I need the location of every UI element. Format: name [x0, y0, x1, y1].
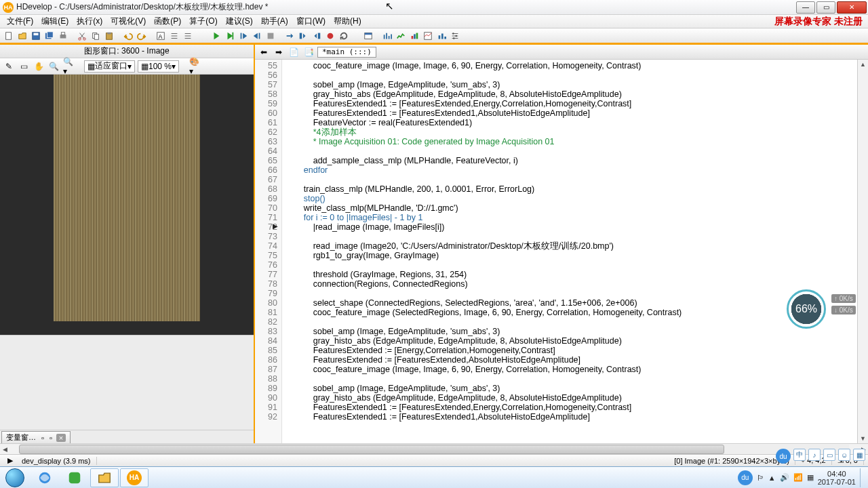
settings-icon[interactable]: [449, 30, 461, 42]
ime-cn-icon[interactable]: 中: [793, 449, 806, 461]
menu-item[interactable]: 函数(P): [150, 16, 185, 26]
zoom-dropdown-icon[interactable]: 🔍▾: [62, 60, 75, 73]
image-view[interactable]: [0, 75, 254, 335]
step-over-icon[interactable]: [224, 30, 236, 42]
list-icon[interactable]: [168, 30, 180, 42]
nav-fwd-icon[interactable]: ➡: [273, 46, 285, 58]
nav-back-icon[interactable]: ⬅: [258, 46, 270, 58]
windows-orb-icon: [5, 468, 24, 487]
chart4-icon[interactable]: [422, 30, 434, 42]
undo-icon[interactable]: [122, 30, 134, 42]
menu-item[interactable]: 可视化(V): [106, 16, 150, 26]
print-icon[interactable]: [57, 30, 69, 42]
chart2-icon[interactable]: [395, 30, 407, 42]
open-icon[interactable]: [16, 30, 28, 42]
chart3-icon[interactable]: [408, 30, 420, 42]
graphics-lower-area: [0, 335, 254, 430]
select-icon[interactable]: ▭: [18, 60, 30, 73]
menu-item[interactable]: 算子(O): [185, 16, 221, 26]
pointer-icon[interactable]: ✎: [3, 60, 15, 73]
start-button[interactable]: [0, 467, 30, 489]
breakpoint-icon[interactable]: [324, 30, 336, 42]
svg-point-28: [452, 33, 454, 35]
system-tray[interactable]: du 🏳 ▲ 🔊 📶 ▦ 04:402017-07-01: [738, 468, 868, 487]
svg-rect-19: [300, 33, 302, 39]
status-bar: ▶ dev_display (3.9 ms) [0] Image (#1: 25…: [0, 454, 868, 466]
tray-volume-icon[interactable]: 🔊: [780, 473, 789, 482]
line-gutter: 5556575859606162636465666768697071727374…: [255, 60, 282, 443]
taskbar-ie-icon[interactable]: [31, 468, 59, 487]
run-icon[interactable]: [210, 30, 222, 42]
vertical-scrollbar[interactable]: ▲▼: [857, 60, 868, 443]
menu-item[interactable]: 执行(x): [73, 16, 106, 26]
step-out-icon[interactable]: [251, 30, 263, 42]
svg-point-21: [328, 33, 334, 39]
tray-du-icon[interactable]: du: [738, 470, 753, 485]
open-ext-icon[interactable]: 📄: [288, 46, 300, 58]
taskbar[interactable]: HA du 🏳 ▲ 🔊 📶 ▦ 04:402017-07-01: [0, 466, 868, 488]
find-icon[interactable]: A: [155, 30, 167, 42]
horizontal-scrollbar[interactable]: ◀ ▶: [0, 443, 868, 454]
graphics-title: 图形窗口: 3600 - Image: [0, 45, 254, 58]
menu-item[interactable]: 文件(F): [3, 16, 37, 26]
menu-item[interactable]: 编辑(E): [37, 16, 73, 26]
taskbar-app1-icon[interactable]: [60, 468, 89, 487]
step2-icon[interactable]: [297, 30, 309, 42]
step3-icon[interactable]: [311, 30, 323, 42]
new-icon[interactable]: [3, 30, 15, 42]
code-pane: ⬅ ➡ 📄 📑 *main (:::) 55565758596061626364…: [255, 45, 868, 443]
du-icon[interactable]: du: [776, 449, 791, 464]
zoom-percent-combo[interactable]: ▦ 100 % ▾: [138, 60, 179, 73]
minimize-button[interactable]: —: [796, 1, 815, 14]
ime-grid-icon[interactable]: ▦: [853, 449, 865, 461]
tray-flag-icon[interactable]: 🏳: [757, 474, 764, 482]
palette-icon[interactable]: 🎨▾: [189, 60, 201, 73]
menu-item[interactable]: 助手(A): [257, 16, 292, 26]
menu-item[interactable]: 建议(S): [222, 16, 257, 26]
refresh-icon[interactable]: [338, 30, 350, 42]
chart1-icon[interactable]: [381, 30, 393, 42]
watermark-text: 屏幕录像专家 未注册: [774, 16, 863, 28]
menu-item[interactable]: 窗口(W): [292, 16, 330, 26]
redo-icon[interactable]: [136, 30, 148, 42]
show-desktop-button[interactable]: [860, 468, 865, 487]
chart5-icon[interactable]: [435, 30, 448, 42]
code-lines[interactable]: cooc_feature_image (Image, Image, 6, 90,…: [282, 60, 857, 443]
app-icon: HA: [3, 2, 14, 13]
copy-icon[interactable]: [90, 30, 102, 42]
ime-symbol-icon[interactable]: ♪: [808, 449, 821, 461]
ime-window-icon[interactable]: ▭: [823, 449, 835, 461]
window1-icon[interactable]: [362, 30, 374, 42]
step1-icon[interactable]: [283, 30, 296, 42]
maximize-button[interactable]: ▭: [816, 1, 835, 14]
tray-network-icon[interactable]: 📶: [793, 473, 803, 482]
ime-face-icon[interactable]: ☺: [838, 449, 850, 461]
save-icon[interactable]: [30, 30, 42, 42]
taskbar-hdevelop-icon[interactable]: HA: [120, 468, 149, 487]
variable-tab-close-icon[interactable]: ×: [56, 434, 66, 442]
svg-rect-5: [60, 35, 66, 38]
list2-icon[interactable]: [182, 30, 194, 42]
variable-window-tab[interactable]: 变量窗… ▫ ▫ ×: [1, 431, 71, 443]
save-all-icon[interactable]: [43, 30, 56, 42]
menu-item[interactable]: 帮助(H): [330, 16, 366, 26]
svg-rect-26: [416, 33, 418, 39]
close-button[interactable]: ✕: [837, 1, 867, 14]
tray-lang-icon[interactable]: ▦: [807, 473, 814, 482]
stop-icon[interactable]: [264, 30, 277, 42]
fn-icon[interactable]: 📑: [302, 46, 315, 58]
tray-up-icon[interactable]: ▲: [768, 474, 776, 482]
svg-rect-0: [6, 32, 12, 39]
code-editor[interactable]: 5556575859606162636465666768697071727374…: [255, 60, 868, 443]
code-tab-main[interactable]: *main (:::): [317, 47, 376, 58]
fit-window-combo[interactable]: ▦ 适应窗口 ▾: [84, 60, 135, 73]
cut-icon[interactable]: [76, 30, 88, 42]
taskbar-explorer-icon[interactable]: [90, 468, 119, 487]
main-toolbar: A: [0, 28, 868, 45]
svg-rect-20: [318, 33, 321, 39]
paste-icon[interactable]: [103, 30, 115, 42]
hand-icon[interactable]: ✋: [33, 60, 45, 73]
step-into-icon[interactable]: [237, 30, 250, 42]
zoom-icon[interactable]: 🔍: [47, 60, 60, 73]
tray-clock[interactable]: 04:402017-07-01: [818, 470, 856, 486]
